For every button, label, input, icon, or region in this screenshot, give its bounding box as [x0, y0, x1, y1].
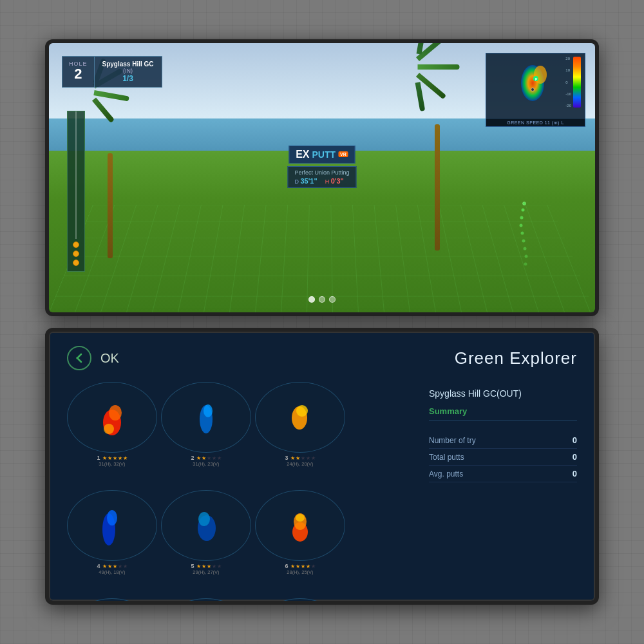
stat-label: Avg. putts — [429, 469, 463, 478]
hole-card-9[interactable] — [255, 598, 345, 605]
course-name-top: Spyglass Hill GC — [102, 61, 154, 68]
nav-dot-1[interactable] — [308, 296, 315, 303]
hole-dims-6: 28(H), 25(V) — [287, 569, 313, 575]
summary-label: Summary — [429, 406, 577, 421]
svg-point-21 — [296, 405, 308, 417]
svg-point-12 — [525, 255, 528, 258]
hole-card-1[interactable] — [67, 382, 157, 453]
hole-heatmap-3 — [278, 397, 323, 439]
bottom-content: 1★★★★★31(H), 32(V) 2★★★★★31(H), 23(V) — [67, 382, 577, 605]
green-explorer-title: Green Explorer — [455, 348, 577, 368]
hole-card-7[interactable] — [67, 598, 157, 605]
hole-card-5[interactable] — [161, 490, 251, 561]
nav-dot-2[interactable] — [319, 296, 325, 303]
hole-card-wrap-7[interactable]: 7★★★★★29(H), 16(V) — [67, 598, 157, 605]
course-score: 1/3 — [102, 74, 154, 83]
svg-point-23 — [107, 510, 117, 526]
svg-point-28 — [296, 514, 305, 522]
svg-point-10 — [522, 240, 526, 243]
stat-value: 0 — [573, 469, 577, 478]
back-button[interactable] — [67, 346, 91, 370]
hole-num-label-6: 6 — [285, 563, 288, 569]
vr-badge: VR — [338, 151, 348, 157]
stat-label: Total putts — [429, 453, 464, 462]
hole-card-8[interactable] — [161, 598, 251, 605]
hole-stars-5: ★★★★★ — [196, 564, 222, 569]
svg-point-14 — [76, 357, 79, 359]
hole-stars-dims-3: 3★★★★★24(H), 20(V) — [285, 455, 315, 467]
hole-num-label-5: 5 — [191, 563, 194, 569]
exputt-logo: EXPUTT VR — [289, 146, 355, 164]
svg-point-13 — [524, 263, 527, 266]
hole-dims-1: 31(H), 32(V) — [99, 461, 125, 467]
hole-dims-2: 31(H), 23(V) — [193, 461, 219, 467]
hole-dims-4: 49(H), 18(V) — [99, 569, 125, 575]
hole-row-3: 7★★★★★29(H), 16(V) 8★★★★★28(H), 25(V) — [67, 598, 416, 605]
hole-stars-3: ★★★★★ — [290, 455, 316, 461]
hole-card-2[interactable] — [161, 382, 251, 453]
hole-num-label-4: 4 — [97, 563, 100, 569]
hole-dims-5: 29(H), 27(V) — [193, 569, 219, 575]
svg-point-8 — [520, 224, 523, 227]
hole-card-wrap-8[interactable]: 8★★★★★28(H), 25(V) — [161, 598, 251, 605]
hole-card-wrap-3[interactable]: 3★★★★★24(H), 20(V) — [255, 382, 345, 486]
course-box: Spyglass Hill GC (IN) 1/3 — [95, 56, 162, 88]
stat-row: Total putts0 — [429, 449, 577, 466]
svg-point-16 — [109, 405, 122, 421]
hole-card-wrap-2[interactable]: 2★★★★★31(H), 23(V) — [161, 382, 251, 486]
svg-point-4 — [531, 88, 534, 91]
hole-heatmap-4 — [90, 505, 135, 547]
hole-box: HOLE 2 — [62, 56, 95, 88]
hole-heatmap-5 — [184, 505, 229, 547]
score-overlay: HOLE 2 Spyglass Hill GC (IN) 1/3 — [62, 56, 162, 88]
mini-map-footer: GREEN SPEED 11 (m) L — [486, 119, 585, 126]
hole-heatmap-1 — [90, 397, 135, 439]
hole-stars-1: ★★★★★ — [102, 455, 128, 461]
hole-card-wrap-4[interactable]: 4★★★★★49(H), 18(V) — [67, 490, 157, 594]
right-panel: Spyglass Hill GC(OUT) Summary Number of … — [429, 382, 577, 605]
hole-card-3[interactable] — [255, 382, 345, 453]
center-banner: EXPUTT VR Perfect Union Putting D 35'1" … — [287, 146, 356, 188]
course-direction: (IN) — [102, 68, 154, 74]
hole-num-label-1: 1 — [97, 455, 100, 461]
hole-dims-3: 24(H), 20(V) — [287, 461, 313, 467]
hole-stars-dims-5: 5★★★★★29(H), 27(V) — [191, 563, 221, 575]
nav-dots — [308, 296, 336, 303]
hole-grid: 1★★★★★31(H), 32(V) 2★★★★★31(H), 23(V) — [67, 382, 416, 605]
mini-map-content: 20 10 0 -10 -20 — [486, 53, 585, 119]
nav-dot-3[interactable] — [329, 296, 336, 303]
svg-point-9 — [521, 232, 524, 235]
hole-stars-2: ★★★★★ — [196, 455, 222, 461]
hole-stars-dims-1: 1★★★★★31(H), 32(V) — [97, 455, 127, 467]
hole-row-1: 1★★★★★31(H), 32(V) 2★★★★★31(H), 23(V) — [67, 382, 416, 486]
svg-point-19 — [204, 404, 213, 417]
hole-stars-dims-4: 4★★★★★49(H), 18(V) — [97, 563, 127, 575]
hole-card-wrap-1[interactable]: 1★★★★★31(H), 32(V) — [67, 382, 157, 486]
stat-value: 0 — [573, 435, 577, 445]
mini-map: 20 10 0 -10 -20 — [486, 53, 585, 127]
hole-num-label-3: 3 — [285, 455, 288, 461]
bottom-top-bar: OK Green Explorer — [67, 346, 577, 370]
hole-heatmap-2 — [184, 397, 229, 439]
hole-stars-6: ★★★★★ — [290, 564, 316, 569]
svg-point-7 — [520, 216, 524, 220]
hole-num-label-2: 2 — [191, 455, 194, 461]
svg-point-11 — [524, 247, 527, 251]
hole-card-wrap-6[interactable]: 6★★★★★28(H), 25(V) — [255, 490, 345, 594]
putt-info-panel: Perfect Union Putting D 35'1" H 0'3" — [287, 166, 356, 188]
mini-map-heatmap: P — [513, 61, 558, 112]
stat-row: Avg. putts0 — [429, 466, 577, 482]
hole-card-wrap-9[interactable]: 9★★★★★31(H), 25(V) — [255, 598, 345, 605]
vert-score-bar — [67, 111, 85, 272]
hole-card-4[interactable] — [67, 490, 157, 561]
hole-card-6[interactable] — [255, 490, 345, 561]
svg-point-17 — [104, 424, 114, 434]
hole-stars-dims-6: 6★★★★★28(H), 25(V) — [285, 563, 315, 575]
game-screen: HOLE 2 Spyglass Hill GC (IN) 1/3 EXPUTT … — [49, 43, 595, 312]
top-monitor: HOLE 2 Spyglass Hill GC (IN) 1/3 EXPUTT … — [45, 39, 599, 316]
stat-label: Number of try — [429, 436, 476, 445]
hole-card-wrap-5[interactable]: 5★★★★★29(H), 27(V) — [161, 490, 251, 594]
stat-value: 0 — [573, 452, 577, 462]
stat-row: Number of try0 — [429, 432, 577, 449]
hole-row-2: 4★★★★★49(H), 18(V) 5★★★★★29(H), 27(V) — [67, 490, 416, 594]
